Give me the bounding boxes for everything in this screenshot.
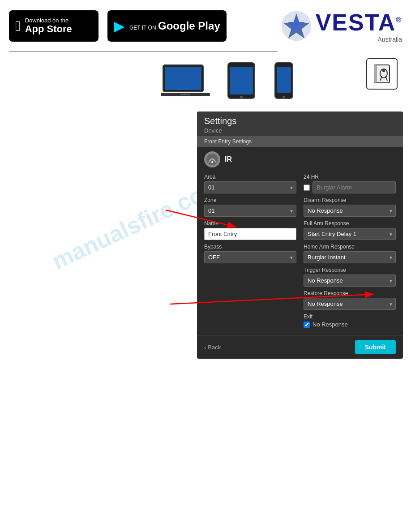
manual-icon-wrap bbox=[366, 58, 398, 90]
phone-icon bbox=[270, 60, 297, 103]
exit-label: Exit bbox=[304, 313, 396, 320]
svg-point-15 bbox=[240, 96, 243, 99]
area-label: Area bbox=[204, 174, 296, 180]
area-group: Area 01 bbox=[204, 174, 296, 193]
zone-group: Zone 01 bbox=[204, 197, 296, 217]
fullarm-select[interactable]: Start Entry Delay 1 bbox=[304, 228, 396, 240]
appstore-badge[interactable]:  Download on the App Store bbox=[9, 10, 98, 42]
vesta-subtitle: Australia bbox=[316, 36, 402, 43]
header:  Download on the App Store ▶ GET IT ON … bbox=[0, 0, 411, 47]
manual-book-icon bbox=[371, 63, 393, 85]
settings-title: Settings bbox=[204, 116, 396, 126]
zone-select[interactable]: 01 bbox=[204, 205, 296, 217]
area-select[interactable]: 01 bbox=[204, 181, 296, 193]
appstore-line2: App Store bbox=[25, 24, 72, 34]
tablet-icon bbox=[221, 60, 261, 103]
googleplay-badge[interactable]: ▶ GET IT ON Google Play bbox=[107, 10, 227, 42]
fullarm-label: Full Arm Response bbox=[304, 220, 396, 227]
settings-breadcrumb: Front Entry Settings bbox=[197, 136, 403, 147]
svg-rect-17 bbox=[277, 67, 291, 93]
svg-rect-14 bbox=[230, 67, 253, 94]
main-content: manualsfire.com Settings Device Front En… bbox=[0, 112, 411, 344]
disarm-group: Disarm Response No Response bbox=[304, 197, 396, 217]
device-images-row bbox=[45, 51, 411, 107]
back-label: Back bbox=[208, 344, 221, 351]
back-chevron-icon: ‹ bbox=[204, 344, 206, 351]
svg-point-20 bbox=[211, 161, 213, 163]
googleplay-line2: Google Play bbox=[158, 20, 220, 32]
name-group: Name bbox=[204, 220, 296, 240]
restore-select[interactable]: No Response bbox=[304, 298, 396, 310]
zone-label: Zone bbox=[204, 197, 296, 203]
apple-icon:  bbox=[15, 18, 21, 34]
disarm-label: Disarm Response bbox=[304, 197, 396, 203]
svg-rect-4 bbox=[374, 65, 377, 83]
device-header: IR bbox=[204, 151, 396, 167]
restore-group: Restore Response No Response bbox=[304, 290, 396, 310]
vesta-logo: VESTA® Australia bbox=[281, 9, 402, 43]
vesta-star-icon bbox=[281, 10, 312, 42]
hr24-label: 24 HR bbox=[304, 174, 396, 180]
device-name: IR bbox=[225, 155, 232, 163]
laptop-icon bbox=[158, 60, 212, 103]
exit-checkbox[interactable] bbox=[304, 322, 310, 328]
googleplay-line1: GET IT ON bbox=[129, 25, 156, 31]
fullarm-group: Full Arm Response Start Entry Delay 1 bbox=[304, 220, 396, 240]
vesta-brand: VESTA® bbox=[316, 9, 402, 35]
svg-rect-10 bbox=[165, 67, 201, 90]
bypass-group: Bypass OFF bbox=[204, 244, 296, 263]
exit-checkbox-label: No Response bbox=[313, 321, 348, 328]
settings-title-area: Settings Device bbox=[197, 112, 403, 136]
svg-point-8 bbox=[382, 69, 385, 72]
name-label: Name bbox=[204, 220, 296, 227]
manual-icon-box bbox=[366, 58, 398, 90]
bypass-label: Bypass bbox=[204, 244, 296, 250]
exit-group: Exit No Response bbox=[304, 313, 396, 328]
settings-body: IR Area 01 bbox=[197, 147, 403, 335]
hr24-field: Burglar Alarm bbox=[313, 181, 396, 193]
homearm-select[interactable]: Burglar Instant bbox=[304, 251, 396, 263]
back-button[interactable]: ‹ Back bbox=[204, 344, 221, 351]
svg-point-18 bbox=[283, 96, 285, 99]
hr24-group: 24 HR Burglar Alarm bbox=[304, 174, 396, 193]
appstore-line1: Download on the bbox=[25, 17, 72, 24]
settings-footer: ‹ Back Submit bbox=[197, 335, 403, 359]
name-input[interactable] bbox=[204, 228, 296, 240]
hr24-checkbox[interactable] bbox=[304, 184, 310, 191]
homearm-label: Home Arm Response bbox=[304, 244, 396, 250]
bypass-select[interactable]: OFF bbox=[204, 251, 296, 263]
homearm-group: Home Arm Response Burglar Instant bbox=[304, 244, 396, 263]
trigger-label: Trigger Response bbox=[304, 267, 396, 273]
disarm-select[interactable]: No Response bbox=[304, 205, 396, 217]
device-icon bbox=[204, 151, 220, 167]
settings-form: Area 01 Zone 01 bbox=[204, 174, 396, 328]
trigger-group: Trigger Response No Response bbox=[304, 267, 396, 287]
submit-button[interactable]: Submit bbox=[355, 340, 396, 354]
svg-point-12 bbox=[180, 94, 191, 95]
restore-label: Restore Response bbox=[304, 290, 396, 296]
settings-subtitle: Device bbox=[204, 127, 222, 134]
trigger-select[interactable]: No Response bbox=[304, 275, 396, 287]
settings-panel: Settings Device Front Entry Settings IR bbox=[197, 112, 403, 359]
googleplay-icon: ▶ bbox=[114, 17, 125, 34]
